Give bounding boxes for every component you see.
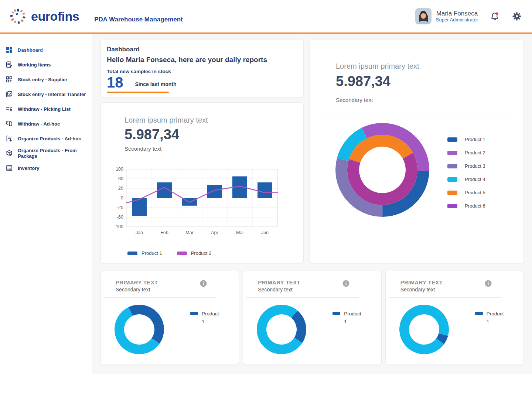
sidebar-item-withdraw-picking-list[interactable]: Withdraw - Picking List (0, 102, 92, 116)
stock-supplier-icon (6, 76, 13, 83)
svg-text:Mar: Mar (185, 230, 194, 235)
legend-label: Product 1 (141, 250, 162, 256)
card-value: 5.987,34 (336, 73, 524, 89)
stat-caption: Since last month (135, 81, 177, 87)
legend-swatch (447, 151, 457, 155)
legend-swatch (127, 252, 137, 255)
info-button[interactable] (200, 280, 207, 287)
sidebar: Dashboard Working Items Stock entry - Su… (0, 34, 92, 374)
svg-text:-60: -60 (117, 215, 123, 220)
svg-text:-20: -20 (117, 205, 123, 210)
svg-text:0: 0 (121, 195, 123, 201)
stock-internal-icon (6, 90, 13, 98)
inventory-icon (6, 164, 13, 172)
legend-entry: Product 1 (447, 137, 485, 142)
withdraw-adhoc-icon (6, 120, 13, 127)
sidebar-item-organize-products-ad-hoc[interactable]: Organize Products - Ad-hoc (0, 131, 92, 146)
summary-card: PRIMARY TEXT Secondary text Product 1 (100, 271, 239, 365)
app-title: PDA Warehouse Management (94, 16, 183, 23)
user-name: Maria Fonseca (436, 10, 478, 17)
sidebar-item-withdraw-ad-hoc[interactable]: Withdraw - Ad-hoc (0, 116, 92, 131)
legend-entry: Product 1 (127, 250, 162, 256)
legend-label: Product 6 (465, 203, 485, 209)
sidebar-item-dashboard[interactable]: Dashboard (0, 42, 92, 57)
sidebar-item-stock-entry-supplier[interactable]: Stock entry - Supplier (0, 72, 92, 87)
sidebar-item-label: Organize Products - From Package (18, 148, 92, 159)
user-role: Super Administrator (436, 17, 478, 23)
sidebar-item-label: Dashboard (18, 47, 43, 53)
legend-entry: Product 3 (447, 163, 485, 169)
legend-label: Product 1 (487, 310, 504, 326)
page-title: Dashboard (107, 46, 297, 53)
greeting-text: Hello Maria Fonseca, here are your daily… (107, 56, 297, 64)
summary-cards-row: PRIMARY TEXT Secondary text Product 1 (100, 271, 524, 365)
legend-entry: Product 5 (447, 190, 485, 195)
organize-adhoc-icon (6, 135, 13, 142)
donut-chart (114, 304, 164, 355)
info-button[interactable] (342, 280, 349, 287)
svg-text:Jan: Jan (136, 230, 143, 235)
dashboard-icon (6, 46, 13, 54)
legend-label: Product 1 (465, 137, 485, 142)
svg-text:Mai: Mai (236, 230, 243, 235)
legend-label: Product 3 (465, 163, 485, 169)
sidebar-item-organize-products-from-package[interactable]: Organize Products - From Package (0, 146, 92, 161)
legend-label: Product 4 (465, 177, 485, 182)
gear-icon (512, 11, 522, 21)
svg-text:100: 100 (116, 167, 123, 172)
settings-button[interactable] (511, 11, 522, 22)
card-secondary-text: Secondary text (258, 287, 381, 293)
notifications-button[interactable] (489, 11, 500, 22)
info-button[interactable] (485, 280, 492, 287)
sidebar-item-inventory[interactable]: Inventory (0, 161, 92, 175)
legend-swatch (447, 204, 457, 208)
donut-chart-card: Lorem ipsum primary text 5.987,34 Second… (310, 40, 524, 263)
main-content: Dashboard Hello Maria Fonseca, here are … (92, 34, 532, 374)
legend-swatch (447, 177, 457, 182)
legend-label: Product 1 (202, 310, 219, 326)
eurofins-logo[interactable]: eurofins (10, 8, 79, 25)
sidebar-item-stock-entry-internal-transfer[interactable]: Stock entry - Internal Transfer (0, 87, 92, 102)
legend-entry: Product 6 (447, 203, 485, 209)
organize-package-icon (6, 150, 13, 157)
eurofins-logo-icon (10, 8, 27, 25)
svg-text:Jun: Jun (261, 230, 269, 235)
sidebar-item-working-items[interactable]: Working Items (0, 57, 92, 72)
legend-label: Product 2 (191, 250, 212, 256)
legend-swatch (447, 137, 457, 142)
card-secondary-text: Secondary text (400, 287, 524, 293)
card-primary-text: PRIMARY TEXT (116, 279, 239, 285)
eurofins-logo-text: eurofins (31, 9, 79, 24)
card-divider (314, 113, 519, 113)
donut-legend: Product 1Product 2Product 3Product 4Prod… (447, 137, 485, 218)
sidebar-item-label: Stock entry - Supplier (18, 77, 67, 82)
user-menu[interactable]: Maria Fonseca Super Administrator (415, 8, 478, 24)
card-secondary-text: Secondary text (125, 146, 303, 152)
card-value: 5.987,34 (125, 127, 303, 143)
bar-line-chart: 10060200-20-60-100JanFebMarAprMaiJun (112, 166, 289, 243)
svg-text:60: 60 (118, 176, 123, 181)
info-icon (485, 280, 492, 287)
card-secondary-text: Secondary text (116, 287, 239, 293)
card-secondary-text: Secondary text (336, 97, 524, 103)
card-primary-text: Lorem ipsum primary text (336, 62, 524, 71)
svg-text:Feb: Feb (160, 230, 168, 235)
bar-chart-card: Lorem ipsum primary text 5.987,34 Second… (100, 102, 304, 263)
sidebar-item-label: Withdraw - Ad-hoc (18, 121, 60, 127)
sidebar-item-label: Withdraw - Picking List (18, 106, 71, 112)
svg-text:-100: -100 (114, 224, 123, 229)
avatar (415, 8, 432, 24)
sidebar-item-label: Organize Products - Ad-hoc (18, 136, 81, 141)
welcome-card: Dashboard Hello Maria Fonseca, here are … (100, 40, 304, 97)
summary-card: PRIMARY TEXT Secondary text Product 1 (243, 271, 381, 365)
card-primary-text: Lorem ipsum primary text (125, 116, 303, 124)
legend-entry: Product 4 (447, 177, 485, 182)
legend-label: Product 2 (465, 150, 485, 155)
card-primary-text: PRIMARY TEXT (258, 279, 381, 285)
info-icon (200, 280, 207, 287)
legend-label: Product 1 (344, 310, 361, 326)
working-items-icon (6, 61, 13, 68)
sidebar-item-label: Working Items (18, 62, 51, 68)
card-primary-text: PRIMARY TEXT (400, 279, 524, 285)
donut-chart (256, 304, 307, 355)
